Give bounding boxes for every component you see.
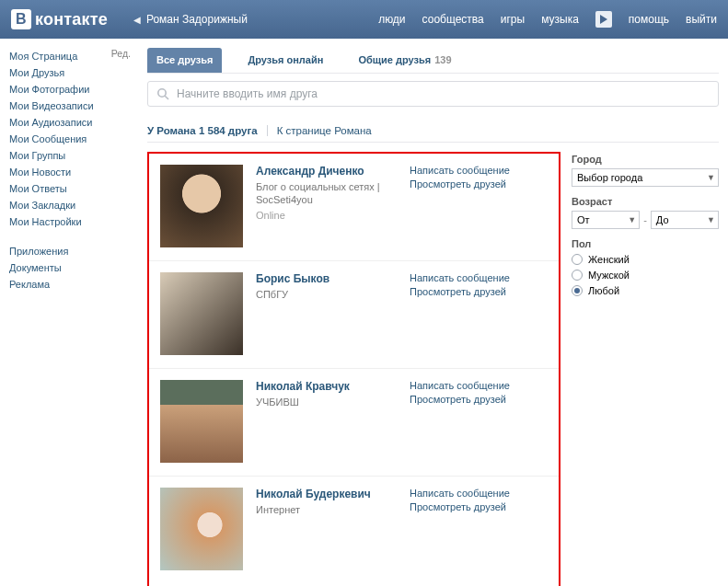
action-write-message[interactable]: Написать сообщение — [410, 165, 548, 176]
sidebar-item-bookmarks[interactable]: Мои Закладки — [9, 197, 138, 213]
topbar: Вконтакте ◀ Роман Задорижный люди сообще… — [0, 0, 728, 39]
tab-mutual-count: 139 — [434, 54, 451, 65]
sidebar: Ред. Моя Страница Мои Друзья Мои Фотогра… — [0, 39, 138, 586]
radio-sex-any[interactable]: Любой — [572, 285, 719, 296]
search-icon — [156, 87, 169, 100]
avatar[interactable] — [160, 165, 243, 247]
tab-mutual-friends[interactable]: Общие друзья 139 — [349, 48, 460, 73]
friend-online-status: Online — [256, 210, 410, 221]
friend-subtitle: Блог о социальных сетях | SocSeti4you — [256, 180, 410, 207]
radio-icon — [572, 254, 583, 265]
back-to-user-page[interactable]: К странице Романа — [277, 125, 372, 136]
friend-row: Борис Быков СПбГУ Написать сообщение Про… — [149, 260, 559, 368]
radio-label: Любой — [588, 285, 619, 296]
sidebar-item-photos[interactable]: Мои Фотографии — [9, 81, 138, 98]
tab-mutual-label: Общие друзья — [358, 54, 431, 65]
music-play-button[interactable] — [595, 11, 612, 28]
radio-icon — [572, 285, 583, 296]
dash: - — [643, 214, 647, 225]
friend-subtitle: УЧБИВШ — [256, 396, 410, 408]
search-input[interactable] — [177, 87, 710, 100]
search-box[interactable] — [147, 81, 719, 107]
avatar[interactable] — [160, 272, 243, 355]
sidebar-item-videos[interactable]: Мои Видеозаписи — [9, 98, 138, 114]
tab-all-friends[interactable]: Все друзья — [147, 48, 222, 73]
friend-name[interactable]: Николай Будеркевич — [256, 488, 410, 500]
filter-age-label: Возраст — [572, 196, 719, 207]
friends-count-title: У Романа 1 584 друга — [147, 125, 258, 136]
filter-age-from-value: От — [577, 214, 590, 225]
top-nav: люди сообщества игры музыка помощь выйти — [378, 11, 717, 28]
sidebar-item-ads[interactable]: Реклама — [9, 276, 138, 293]
filter-age-to-select[interactable]: До ▼ — [651, 211, 719, 229]
sidebar-item-friends[interactable]: Мои Друзья — [9, 64, 138, 81]
radio-label: Мужской — [588, 270, 630, 281]
radio-icon — [572, 270, 583, 281]
filter-age-from-select[interactable]: От ▼ — [572, 211, 640, 229]
chevron-down-icon: ▼ — [707, 215, 715, 224]
nav-games[interactable]: игры — [501, 13, 525, 26]
filters-panel: Город Выбор города ▼ Возраст От ▼ - До ▼ — [572, 152, 719, 586]
friends-list: Александр Диченко Блог о социальных сетя… — [147, 152, 560, 586]
avatar[interactable] — [160, 488, 243, 570]
action-view-friends[interactable]: Просмотреть друзей — [410, 178, 548, 190]
avatar[interactable] — [160, 380, 243, 463]
friends-header: У Романа 1 584 друга К странице Романа — [147, 125, 719, 143]
sidebar-item-groups[interactable]: Мои Группы — [9, 147, 138, 164]
friend-name[interactable]: Александр Диченко — [256, 165, 410, 178]
radio-sex-male[interactable]: Мужской — [572, 270, 719, 281]
back-to-profile[interactable]: ◀ Роман Задорижный — [133, 13, 248, 26]
play-icon — [600, 15, 607, 24]
chevron-down-icon: ▼ — [628, 215, 636, 224]
logo-icon: В — [11, 9, 31, 29]
friend-name[interactable]: Николай Кравчук — [256, 380, 410, 393]
friend-subtitle: Интернет — [256, 503, 410, 516]
nav-help[interactable]: помощь — [629, 13, 669, 26]
action-write-message[interactable]: Написать сообщение — [410, 380, 548, 391]
sidebar-item-answers[interactable]: Мои Ответы — [9, 180, 138, 197]
radio-label: Женский — [588, 254, 630, 265]
sidebar-item-audio[interactable]: Мои Аудиозаписи — [9, 114, 138, 131]
sidebar-item-docs[interactable]: Документы — [9, 259, 138, 276]
sidebar-item-apps[interactable]: Приложения — [9, 243, 138, 259]
action-write-message[interactable]: Написать сообщение — [410, 272, 548, 283]
nav-communities[interactable]: сообщества — [422, 13, 484, 26]
radio-sex-female[interactable]: Женский — [572, 254, 719, 265]
logo[interactable]: Вконтакте — [11, 9, 108, 29]
filter-city-label: Город — [572, 154, 719, 165]
action-write-message[interactable]: Написать сообщение — [410, 488, 548, 499]
tab-friends-online[interactable]: Друзья онлайн — [238, 48, 332, 73]
svg-marker-0 — [600, 15, 607, 24]
divider — [267, 125, 268, 136]
friend-row: Александр Диченко Блог о социальных сетя… — [149, 154, 559, 260]
nav-people[interactable]: люди — [378, 13, 405, 26]
filter-sex-label: Пол — [572, 238, 719, 249]
sidebar-edit[interactable]: Ред. — [111, 48, 131, 59]
sidebar-item-messages[interactable]: Мои Сообщения — [9, 131, 138, 147]
friend-row: Николай Кравчук УЧБИВШ Написать сообщени… — [149, 368, 559, 476]
nav-music[interactable]: музыка — [541, 13, 579, 26]
back-label: Роман Задорижный — [146, 13, 248, 26]
friend-subtitle: СПбГУ — [256, 288, 410, 301]
action-view-friends[interactable]: Просмотреть друзей — [410, 286, 548, 297]
logo-text: контакте — [35, 10, 108, 29]
chevron-down-icon: ▼ — [707, 173, 715, 182]
caret-left-icon: ◀ — [133, 15, 141, 25]
svg-point-1 — [158, 89, 166, 97]
main: Все друзья Друзья онлайн Общие друзья 13… — [138, 39, 728, 586]
tabs: Все друзья Друзья онлайн Общие друзья 13… — [147, 39, 719, 74]
filter-city-value: Выбор города — [577, 172, 642, 183]
sidebar-item-settings[interactable]: Мои Настройки — [9, 213, 138, 230]
friend-name[interactable]: Борис Быков — [256, 272, 410, 285]
svg-line-2 — [165, 96, 168, 99]
action-view-friends[interactable]: Просмотреть друзей — [410, 501, 548, 512]
filter-city-select[interactable]: Выбор города ▼ — [572, 168, 719, 187]
nav-logout[interactable]: выйти — [686, 13, 717, 26]
action-view-friends[interactable]: Просмотреть друзей — [410, 394, 548, 405]
sidebar-item-news[interactable]: Мои Новости — [9, 164, 138, 180]
filter-age-to-value: До — [656, 214, 669, 225]
friend-row: Николай Будеркевич Интернет Написать соо… — [149, 476, 559, 583]
